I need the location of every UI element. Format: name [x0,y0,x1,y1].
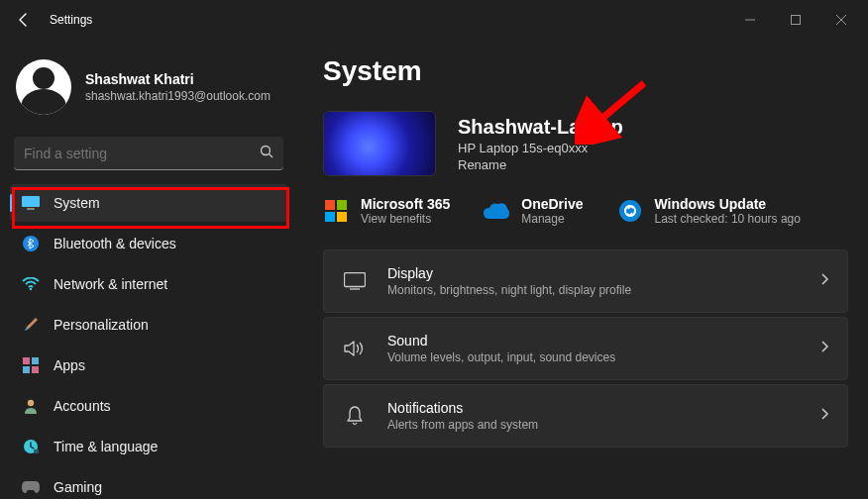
sidebar-item-label: Accounts [54,398,111,414]
settings-cards: DisplayMonitors, brightness, night light… [323,250,848,448]
sidebar-item-time[interactable]: Time & language [10,428,287,465]
apps-icon [22,356,40,374]
service-onedrive[interactable]: OneDriveManage [484,196,583,226]
service-title: OneDrive [521,196,583,212]
service-title: Windows Update [655,196,801,212]
sidebar-item-label: Network & internet [54,276,167,292]
sidebar-item-gaming[interactable]: Gaming [10,468,287,499]
svg-line-3 [270,153,273,157]
card-title: Display [387,265,819,281]
wifi-icon [22,275,40,293]
sidebar-item-label: System [54,195,100,211]
sidebar-item-label: Bluetooth & devices [54,236,176,251]
svg-rect-15 [325,200,335,210]
service-sub: Last checked: 10 hours ago [655,212,801,226]
sidebar-item-label: Gaming [54,479,102,495]
service-title: Microsoft 365 [361,196,450,212]
svg-rect-4 [22,196,40,207]
svg-rect-10 [23,366,30,373]
bluetooth-icon [22,235,40,252]
clock-icon [22,438,40,455]
avatar [16,59,71,115]
titlebar: Settings [0,0,868,40]
window-controls [727,4,864,36]
search-input[interactable] [24,146,260,161]
device-model: HP Laptop 15s-eq0xxx [458,141,623,155]
svg-point-12 [28,400,34,406]
rename-link[interactable]: Rename [458,157,623,172]
sidebar-item-bluetooth[interactable]: Bluetooth & devices [10,225,287,262]
search-box[interactable] [14,137,283,170]
card-sound[interactable]: SoundVolume levels, output, input, sound… [323,317,848,380]
bell-icon [342,406,368,426]
person-icon [22,397,40,415]
account-name: Shashwat Khatri [85,71,271,87]
card-title: Sound [387,333,819,349]
svg-rect-9 [32,357,39,364]
svg-rect-14 [34,449,39,453]
card-title: Notifications [387,400,819,416]
close-button[interactable] [818,4,864,36]
svg-rect-17 [325,212,335,222]
account-email: shashwat.khatri1993@outlook.com [85,89,271,103]
svg-rect-5 [27,208,35,210]
service-sub[interactable]: Manage [521,212,583,226]
svg-rect-18 [337,212,347,222]
nav-list: System Bluetooth & devices Network & int… [10,184,287,499]
chevron-right-icon [819,407,829,425]
device-name: Shashwat-Laptop [458,116,623,139]
m365-icon [323,198,349,224]
sidebar-item-network[interactable]: Network & internet [10,265,287,303]
back-button[interactable] [16,12,32,28]
account-block[interactable]: Shashwat Khatri shashwat.khatri1993@outl… [10,50,287,131]
svg-point-19 [619,200,641,222]
svg-rect-1 [792,16,801,25]
game-icon [22,478,40,496]
sidebar-item-personalization[interactable]: Personalization [10,306,287,344]
device-block: Shashwat-Laptop HP Laptop 15s-eq0xxx Ren… [323,111,848,176]
sidebar-item-label: Apps [54,357,85,373]
card-sub: Alerts from apps and system [387,418,819,432]
chevron-right-icon [819,340,829,357]
chevron-right-icon [819,272,829,290]
svg-rect-16 [337,200,347,210]
sidebar-item-apps[interactable]: Apps [10,347,287,384]
svg-point-6 [23,236,39,251]
device-wallpaper [323,111,436,176]
service-m365[interactable]: Microsoft 365View benefits [323,196,450,226]
sidebar-item-label: Personalization [54,317,149,333]
main-content: System Shashwat-Laptop HP Laptop 15s-eq0… [297,40,868,499]
page-title: System [323,55,848,87]
sidebar-item-system[interactable]: System [10,184,287,222]
maximize-button[interactable] [773,4,818,36]
service-sub[interactable]: View benefits [361,212,450,226]
svg-point-2 [262,146,271,154]
card-sub: Volume levels, output, input, sound devi… [387,350,819,364]
onedrive-icon [484,198,509,224]
update-icon [617,198,643,224]
card-notifications[interactable]: NotificationsAlerts from apps and system [323,384,848,448]
brush-icon [22,316,40,334]
card-sub: Monitors, brightness, night light, displ… [387,283,819,297]
search-icon [260,145,273,162]
app-title: Settings [50,13,92,27]
svg-rect-20 [345,273,366,287]
svg-point-7 [30,288,33,291]
svg-rect-11 [32,366,39,373]
services-row: Microsoft 365View benefits OneDriveManag… [323,196,848,226]
card-display[interactable]: DisplayMonitors, brightness, night light… [323,250,848,313]
monitor-icon [22,194,40,212]
display-icon [342,272,368,290]
sound-icon [342,340,368,357]
sidebar-item-label: Time & language [54,439,158,454]
svg-rect-8 [23,357,30,364]
sidebar: Shashwat Khatri shashwat.khatri1993@outl… [0,40,297,499]
sidebar-item-accounts[interactable]: Accounts [10,387,287,425]
service-update[interactable]: Windows UpdateLast checked: 10 hours ago [617,196,801,226]
minimize-button[interactable] [727,4,773,36]
